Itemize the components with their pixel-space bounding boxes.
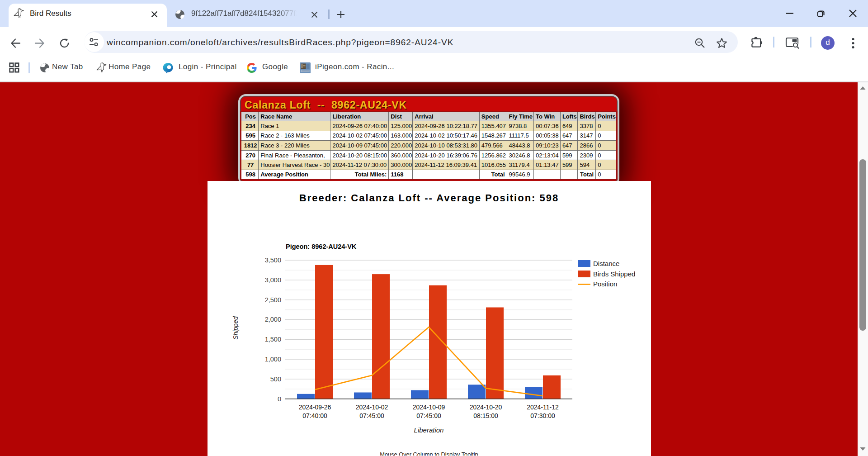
svg-text:2024-10-09: 2024-10-09 [413,404,445,411]
svg-text:Position: Position [593,280,617,288]
svg-text:2,500: 2,500 [265,296,281,304]
svg-text:Mouse Over Column to Display T: Mouse Over Column to Display Tooltip [380,451,478,456]
svg-text:1,000: 1,000 [265,356,281,363]
svg-text:Shipped: Shipped [232,316,239,340]
svg-text:Breeder: Calanza Loft -- Avera: Breeder: Calanza Loft -- Average Positio… [299,192,559,204]
svg-text:2024-09-26: 2024-09-26 [299,404,331,411]
svg-text:1,500: 1,500 [265,336,281,343]
svg-text:2,000: 2,000 [265,316,281,323]
svg-text:08:15:00: 08:15:00 [473,412,498,419]
svg-text:2024-11-12: 2024-11-12 [527,404,559,411]
svg-text:07:45:00: 07:45:00 [416,412,441,419]
svg-text:0: 0 [278,395,281,403]
svg-text:07:45:00: 07:45:00 [359,412,384,419]
svg-text:Pigeon: 8962-AU24-VK: Pigeon: 8962-AU24-VK [286,243,357,250]
svg-text:3,000: 3,000 [265,276,281,284]
svg-text:2024-10-20: 2024-10-20 [470,404,502,411]
svg-text:500: 500 [270,375,281,383]
svg-text:07:30:00: 07:30:00 [530,412,555,419]
svg-text:07:40:00: 07:40:00 [302,412,327,419]
svg-text:Distance: Distance [593,260,619,267]
svg-text:Liberation: Liberation [414,426,444,434]
svg-text:Birds Shipped: Birds Shipped [593,270,635,278]
svg-text:3,500: 3,500 [265,256,281,264]
svg-text:2024-10-02: 2024-10-02 [356,404,388,411]
